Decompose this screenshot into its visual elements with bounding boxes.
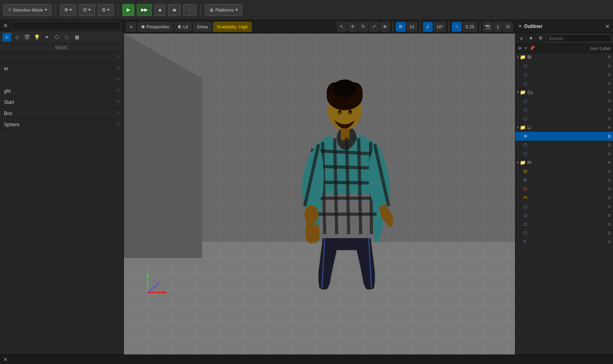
outliner-item-pl-1[interactable]: Bl ⚙ [515, 167, 613, 176]
svg-marker-31 [146, 273, 149, 276]
viewport-canvas[interactable] [124, 34, 515, 354]
outliner-item-pl-6[interactable]: ⬡ ⚙ [515, 211, 613, 220]
place-item-5[interactable]: Start ? [0, 97, 124, 108]
cinematic-icon-btn[interactable]: 🎬 [22, 33, 31, 42]
item-pl-8-icon: ⬡ [523, 231, 527, 236]
all-classes-icon-btn[interactable]: ▦ [72, 33, 81, 42]
item-pl-6-icon: ⬡ [523, 213, 527, 218]
outliner-item-li-selected[interactable]: 👁 ⚙ [515, 132, 613, 141]
lit-button[interactable]: ◐ Lit [174, 22, 192, 32]
camera-value-display[interactable]: 1 [494, 22, 502, 32]
maximize-button[interactable]: ⊡ [503, 22, 513, 32]
visual-effects-icon-btn[interactable]: ✦ [42, 33, 51, 42]
bottom-close-button[interactable]: ✕ [3, 356, 8, 362]
select-tool-button[interactable]: ↖ [337, 22, 347, 32]
left-panel-search[interactable] [11, 21, 120, 30]
camera-button[interactable]: 📷 [483, 22, 493, 32]
outliner-item-cy-2[interactable]: ⬡ ⚙ [515, 105, 613, 114]
lights-icon-btn[interactable]: 💡 [32, 33, 41, 42]
angle-value-display[interactable]: 10° [434, 22, 446, 32]
more-options-button[interactable]: ⋮ [183, 4, 196, 16]
folder-pl[interactable]: ▾ 📁 Pl 👁 [515, 158, 613, 167]
outliner-item-li-2[interactable]: ⬡ ⚙ [515, 141, 613, 149]
outliner-item-pl-3[interactable]: El ⚙ [515, 185, 613, 193]
place-actors-icon-btn[interactable]: ⊹ [2, 33, 11, 42]
folder-pl-name: Pl [527, 160, 607, 165]
outliner-item-bl-3[interactable]: ⬡ ⚙ [515, 79, 613, 88]
place-item-7[interactable]: Sphere ? [0, 119, 124, 130]
outliner-item-bl-1[interactable]: ⬡ ⚙ [515, 62, 613, 70]
selection-mode-button[interactable]: ⊹ Selection Mode ▾ [3, 4, 52, 16]
outliner-settings-button[interactable]: ⚙ [536, 34, 545, 43]
folder-bl-icon: 📁 [520, 54, 526, 60]
outliner-item-pl-5[interactable]: ⬡ ⚙ [515, 202, 613, 211]
place-item-7-label: Sphere [4, 122, 20, 127]
item-pl-9-gear: ⚙ [607, 239, 611, 245]
left-panel-close[interactable]: ✕ [3, 22, 8, 29]
outliner-item-cy-1[interactable]: ⬡ ⚙ [515, 97, 613, 105]
folder-li[interactable]: ▾ 📁 Li 👁 [515, 123, 613, 132]
platforms-button[interactable]: 🖥 Platforms ▾ [205, 4, 242, 16]
help-icon-6[interactable]: ? [117, 110, 120, 116]
show-button[interactable]: Show [193, 22, 212, 32]
outliner-star-button[interactable]: ★ [527, 34, 535, 43]
add-grid-button[interactable]: ⊟ ▾ [79, 4, 95, 16]
svg-point-10 [339, 110, 341, 113]
eye-col-icon: 👁 [518, 46, 522, 51]
help-icon-2[interactable]: ? [117, 66, 120, 72]
eject-button[interactable]: ⏏ [168, 4, 181, 16]
grid-value-display[interactable]: 10 [407, 22, 417, 32]
outliner-item-pl-9[interactable]: T ⚙ [515, 237, 613, 246]
shape-icon-btn[interactable]: ◇ [12, 33, 21, 42]
scale-snap-button[interactable]: ⤡ [452, 22, 461, 32]
help-icon-4[interactable]: ? [117, 88, 120, 94]
item-cy-3-gear: ⚙ [607, 116, 611, 121]
outliner-item-cy-3[interactable]: ⬡ ⚙ [515, 114, 613, 123]
scale-value-display[interactable]: 0.25 [463, 22, 477, 32]
transform-tool-button[interactable]: ⊕ [380, 22, 390, 32]
item-cy-2-gear: ⚙ [607, 107, 611, 113]
geometry-icon-btn[interactable]: ⬡ [52, 33, 61, 42]
scalability-label: Scalability: High [217, 24, 248, 29]
grid-snap-button[interactable]: ⊞ [396, 22, 405, 32]
add-content-button[interactable]: ⊞ ▾ [60, 4, 76, 16]
hamburger-menu-button[interactable]: ≡ [126, 22, 136, 32]
perspective-button[interactable]: ◉ Perspective [138, 22, 173, 32]
help-icon-5[interactable]: ? [117, 99, 120, 105]
move-tool-button[interactable]: ✛ [348, 22, 357, 32]
selection-mode-label: Selection Mode [13, 8, 43, 12]
perspective-label: Perspective [146, 24, 169, 29]
blueprint-button[interactable]: ⊞ ▾ [98, 4, 114, 16]
scale-tool-button[interactable]: ⤢ [369, 22, 379, 32]
rotate-tool-button[interactable]: ↻ [359, 22, 368, 32]
outliner-item-pl-7[interactable]: ⬡ ⚙ [515, 220, 613, 229]
top-toolbar: ⊹ Selection Mode ▾ ⊞ ▾ ⊟ ▾ ⊞ ▾ ▶ ▶▶ ■ ⏏ … [0, 0, 613, 20]
outliner-search-input[interactable] [546, 34, 611, 42]
outliner-filter-button[interactable]: ≡ [517, 34, 526, 43]
angle-snap-button[interactable]: ∠ [423, 22, 433, 32]
folder-cy[interactable]: ▾ 📁 Cy 👁 [515, 88, 613, 97]
outliner-item-pl-8[interactable]: ⬡ ⚙ [515, 229, 613, 237]
item-pl-2-icon: N [523, 178, 527, 183]
help-icon-1[interactable]: ? [117, 54, 120, 60]
outliner-item-bl-2[interactable]: ⬡ ⚙ [515, 70, 613, 79]
volume-icon-btn[interactable]: □ [62, 33, 71, 42]
folder-cy-icon: 📁 [520, 90, 526, 95]
stop-button[interactable]: ■ [154, 4, 166, 16]
left-icon-row: ⊹ ◇ 🎬 💡 ✦ ⬡ □ ▦ [0, 31, 124, 44]
play-button[interactable]: ▶ [122, 4, 134, 16]
place-item-3[interactable]: ? [0, 74, 124, 86]
place-item-6[interactable]: Box ? [0, 108, 124, 119]
place-item-2[interactable]: er ? [0, 63, 124, 74]
item-pl-4-gear: ⚙ [607, 195, 611, 201]
folder-bl[interactable]: ▾ 📁 Bl 👁 [515, 53, 613, 62]
outliner-item-li-3[interactable]: ⬡ ⚙ [515, 149, 613, 158]
outliner-item-pl-2[interactable]: N ⚙ [515, 176, 613, 185]
play-advance-button[interactable]: ▶▶ [137, 4, 152, 16]
place-item-1[interactable]: ? [0, 52, 124, 63]
outliner-close-button[interactable]: ✕ [605, 23, 610, 30]
place-item-4[interactable]: ght ? [0, 86, 124, 97]
help-icon-7[interactable]: ? [117, 121, 120, 127]
help-icon-3[interactable]: ? [117, 77, 120, 83]
outliner-item-pl-4[interactable]: Pl ⚙ [515, 193, 613, 202]
